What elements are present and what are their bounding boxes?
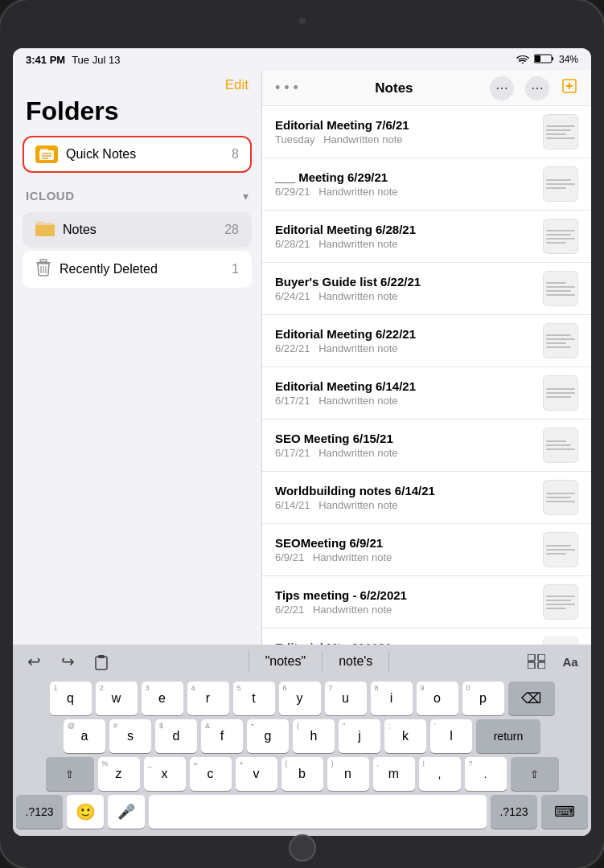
recently-deleted-item[interactable]: Recently Deleted 1 [23, 251, 252, 288]
home-button[interactable] [289, 834, 316, 862]
list-item[interactable]: Editorial Mtg 611121 ____ 6/1/21 Handwri… [262, 628, 591, 645]
note-title: Editorial Mtg 611121 ____ [275, 641, 543, 645]
emoji-key[interactable]: 🙂 [67, 795, 104, 829]
key-p[interactable]: 0p [462, 682, 504, 715]
svg-rect-3 [535, 55, 540, 62]
quick-notes-label: Quick Notes [66, 147, 136, 162]
delete-key[interactable]: ⌫ [508, 682, 555, 715]
key-q[interactable]: 1q [50, 682, 92, 715]
notes-folder-item[interactable]: Notes 28 [23, 212, 252, 248]
key-row-3: ⇧ %z _x =c +v (b )n ,m !, ?. ⇧ [16, 757, 588, 791]
key-o[interactable]: 9o [417, 682, 458, 715]
note-thumbnail [543, 323, 578, 358]
redo-button[interactable]: ↪ [55, 649, 80, 674]
paste-button[interactable] [88, 649, 114, 674]
note-thumbnail [543, 637, 578, 645]
autocorrect-bar: ↩ ↪ "notes" note's [13, 645, 591, 678]
key-c[interactable]: =c [190, 757, 232, 791]
status-bar: 3:41 PM Tue Jul 13 34% [13, 48, 591, 71]
list-item[interactable]: Editorial Meeting 6/14/21 6/17/21 Handwr… [262, 367, 591, 420]
mic-key[interactable]: 🎤 [108, 795, 145, 829]
quick-notes-count: 8 [232, 147, 239, 162]
undo-button[interactable]: ↩ [21, 649, 47, 674]
list-item[interactable]: Editorial Meeting 7/6/21 Tuesday Handwri… [262, 106, 591, 158]
key-d[interactable]: $d [155, 719, 197, 753]
numbers-key[interactable]: .?123 [16, 795, 63, 829]
key-k[interactable]: ;k [384, 719, 426, 753]
edit-button[interactable]: Edit [225, 77, 249, 93]
list-item[interactable]: SEO Meeting 6/15/21 6/17/21 Handwritten … [262, 420, 591, 472]
note-title: Editorial Meeting 6/14/21 [275, 379, 543, 393]
note-thumbnail [543, 480, 578, 515]
key-w[interactable]: 2w [96, 682, 138, 715]
key-period[interactable]: ?. [465, 757, 507, 791]
font-size-button[interactable]: Aa [557, 649, 583, 674]
key-row-1: 1q 2w 3e 4r 5t 6y 7u 8i 9o 0p ⌫ [16, 682, 588, 715]
quick-notes-item[interactable]: Quick Notes 8 [23, 136, 252, 173]
key-y[interactable]: 6y [279, 682, 321, 715]
list-item[interactable]: Buyer's Guide list 6/22/21 6/24/21 Handw… [262, 263, 591, 315]
chevron-down-icon: ▾ [243, 190, 249, 203]
note-thumbnail [543, 375, 578, 411]
shift-key[interactable]: ⇧ [46, 757, 94, 791]
list-item[interactable]: SEOMeeting 6/9/21 6/9/21 Handwritten not… [262, 524, 591, 576]
note-thumbnail [543, 166, 578, 202]
more-options-button[interactable]: ⋯ [490, 76, 514, 100]
key-f[interactable]: &f [201, 719, 243, 753]
key-h[interactable]: (h [293, 719, 335, 753]
key-b[interactable]: (b [281, 757, 323, 791]
list-item[interactable]: Editorial Meeting 6/22/21 6/22/21 Handwr… [262, 315, 591, 367]
key-r[interactable]: 4r [187, 682, 229, 715]
list-item[interactable]: Worldbuilding notes 6/14/21 6/14/21 Hand… [262, 472, 591, 524]
battery-pct: 34% [559, 54, 578, 65]
trash-icon [35, 259, 51, 280]
hide-keyboard-key[interactable]: ⌨ [541, 795, 588, 829]
key-z[interactable]: %z [98, 757, 140, 791]
keyboard-area: ↩ ↪ "notes" note's [13, 645, 591, 836]
key-g[interactable]: *g [247, 719, 289, 753]
note-title: Worldbuilding notes 6/14/21 [275, 484, 543, 497]
suggestion-notes-possessive[interactable]: note's [323, 651, 389, 672]
key-u[interactable]: 7u [325, 682, 367, 715]
note-thumbnail [543, 271, 578, 306]
note-meta: Tuesday Handwritten note [275, 133, 543, 145]
list-item[interactable]: Tips meeting - 6/2/2021 6/2/21 Handwritt… [262, 576, 591, 628]
shift-key-right[interactable]: ⇧ [511, 757, 559, 791]
svg-rect-5 [40, 149, 48, 152]
svg-rect-20 [538, 654, 545, 661]
svg-rect-22 [538, 662, 545, 669]
note-title: SEO Meeting 6/15/21 [275, 432, 543, 445]
key-i[interactable]: 8i [371, 682, 413, 715]
view-options-button[interactable]: ⋯ [525, 76, 549, 100]
svg-rect-21 [528, 662, 535, 669]
return-key[interactable]: return [476, 719, 540, 753]
list-item[interactable]: Editorial Meeting 6/28/21 6/28/21 Handwr… [262, 211, 591, 263]
suggestion-notes-quoted[interactable]: "notes" [249, 651, 323, 672]
key-t[interactable]: 5t [233, 682, 275, 715]
key-v[interactable]: +v [236, 757, 277, 791]
list-item[interactable]: ___ Meeting 6/29/21 6/29/21 Handwritten … [262, 158, 591, 211]
key-s[interactable]: #s [109, 719, 151, 753]
grid-view-button[interactable] [524, 649, 549, 674]
icloud-section: iCloud ▾ [13, 179, 261, 211]
key-j[interactable]: "j [339, 719, 380, 753]
sidebar: Edit Folders [13, 71, 262, 645]
numbers-key-right[interactable]: .?123 [491, 795, 537, 829]
key-comma[interactable]: !, [419, 757, 461, 791]
compose-button[interactable] [561, 77, 578, 100]
key-l[interactable]: 'l [430, 719, 472, 753]
key-n[interactable]: )n [327, 757, 369, 791]
note-title: ___ Meeting 6/29/21 [275, 170, 543, 184]
key-x[interactable]: _x [144, 757, 186, 791]
notes-panel-title: Notes [375, 80, 413, 96]
quick-notes-left: Quick Notes [35, 145, 136, 163]
space-key[interactable] [149, 795, 487, 829]
sidebar-header: Edit [13, 71, 261, 96]
notes-header-icons: ⋯ ⋯ [490, 76, 578, 100]
notes-folder-count: 28 [224, 223, 239, 237]
key-a[interactable]: @a [64, 719, 105, 753]
folder-item-left: Recently Deleted [35, 259, 158, 280]
key-e[interactable]: 3e [142, 682, 183, 715]
key-m[interactable]: ,m [373, 757, 415, 791]
note-title: Editorial Meeting 7/6/21 [275, 118, 543, 132]
